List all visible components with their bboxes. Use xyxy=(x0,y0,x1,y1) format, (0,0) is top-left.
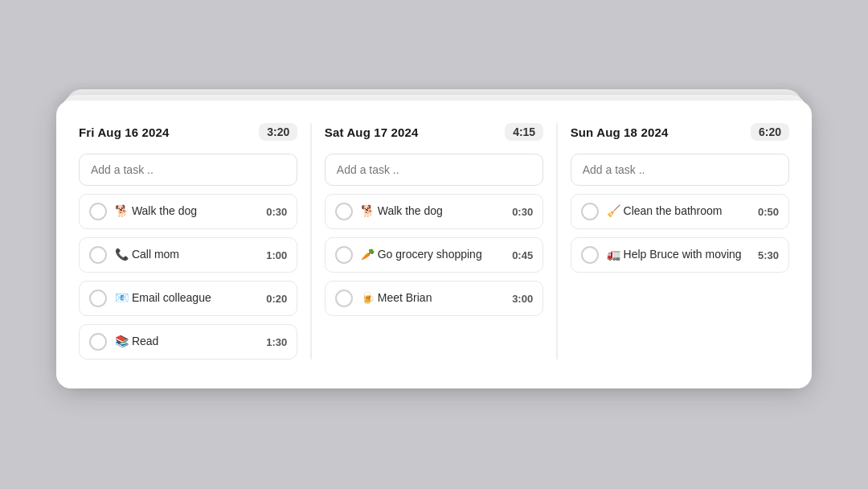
main-card: Fri Aug 16 20243:20🐕 Walk the dog0:30📞 C… xyxy=(56,101,812,388)
task-item-fri-3: 📧 Email colleague0:20 xyxy=(79,281,297,316)
task-item-sun-1: 🧹 Clean the bathroom0:50 xyxy=(571,194,789,229)
task-checkbox-sun-1[interactable] xyxy=(581,203,599,220)
task-text-fri-3: 📧 Email colleague xyxy=(115,290,258,306)
task-item-fri-1: 🐕 Walk the dog0:30 xyxy=(79,194,297,229)
day-total-sat: 4:15 xyxy=(505,123,543,141)
task-duration-fri-1: 0:30 xyxy=(266,206,287,218)
task-text-fri-2: 📞 Call mom xyxy=(115,247,258,263)
card-stack: Fri Aug 16 20243:20🐕 Walk the dog0:30📞 C… xyxy=(56,101,812,388)
task-text-sat-3: 🍺 Meet Brian xyxy=(361,290,504,306)
task-duration-sun-2: 5:30 xyxy=(758,249,779,261)
task-checkbox-sat-3[interactable] xyxy=(335,290,353,307)
task-checkbox-fri-1[interactable] xyxy=(89,203,107,220)
day-title-fri: Fri Aug 16 2024 xyxy=(79,125,170,139)
day-column-sun: Sun Aug 18 20246:20🧹 Clean the bathroom0… xyxy=(571,123,789,360)
task-item-sat-3: 🍺 Meet Brian3:00 xyxy=(325,281,543,316)
task-item-fri-2: 📞 Call mom1:00 xyxy=(79,237,297,273)
day-column-sat: Sat Aug 17 20244:15🐕 Walk the dog0:30🥕 G… xyxy=(325,123,543,360)
task-text-sun-2: 🚛 Help Bruce with moving xyxy=(607,247,750,263)
day-column-fri: Fri Aug 16 20243:20🐕 Walk the dog0:30📞 C… xyxy=(79,123,297,360)
task-checkbox-fri-4[interactable] xyxy=(89,333,107,351)
task-duration-sat-3: 3:00 xyxy=(512,293,533,305)
divider-0 xyxy=(310,123,312,360)
task-text-sat-1: 🐕 Walk the dog xyxy=(361,203,504,220)
day-header-fri: Fri Aug 16 20243:20 xyxy=(79,123,297,141)
task-duration-sat-1: 0:30 xyxy=(512,206,533,218)
task-checkbox-sat-1[interactable] xyxy=(335,203,353,220)
task-duration-fri-3: 0:20 xyxy=(266,293,287,305)
day-title-sat: Sat Aug 17 2024 xyxy=(325,125,419,139)
add-task-input-sun[interactable] xyxy=(571,154,789,186)
task-item-sun-2: 🚛 Help Bruce with moving5:30 xyxy=(571,237,789,273)
task-checkbox-sat-2[interactable] xyxy=(335,246,353,264)
task-checkbox-fri-3[interactable] xyxy=(89,290,107,307)
task-duration-sun-1: 0:50 xyxy=(758,206,779,218)
day-total-sun: 6:20 xyxy=(751,123,789,141)
task-text-sat-2: 🥕 Go grocery shopping xyxy=(361,247,504,263)
task-item-fri-4: 📚 Read1:30 xyxy=(79,324,297,360)
task-checkbox-sun-2[interactable] xyxy=(581,246,599,264)
task-text-fri-4: 📚 Read xyxy=(115,334,258,350)
task-text-fri-1: 🐕 Walk the dog xyxy=(115,203,258,220)
task-duration-fri-4: 1:30 xyxy=(266,336,287,348)
task-item-sat-2: 🥕 Go grocery shopping0:45 xyxy=(325,237,543,273)
task-duration-fri-2: 1:00 xyxy=(266,249,287,261)
task-text-sun-1: 🧹 Clean the bathroom xyxy=(607,203,750,220)
day-header-sat: Sat Aug 17 20244:15 xyxy=(325,123,543,141)
add-task-input-sat[interactable] xyxy=(325,154,543,186)
task-item-sat-1: 🐕 Walk the dog0:30 xyxy=(325,194,543,229)
day-title-sun: Sun Aug 18 2024 xyxy=(571,125,669,139)
divider-1 xyxy=(556,123,558,360)
task-duration-sat-2: 0:45 xyxy=(512,249,533,261)
task-checkbox-fri-2[interactable] xyxy=(89,246,107,264)
day-total-fri: 3:20 xyxy=(259,123,297,141)
add-task-input-fri[interactable] xyxy=(79,154,297,186)
day-header-sun: Sun Aug 18 20246:20 xyxy=(571,123,789,141)
